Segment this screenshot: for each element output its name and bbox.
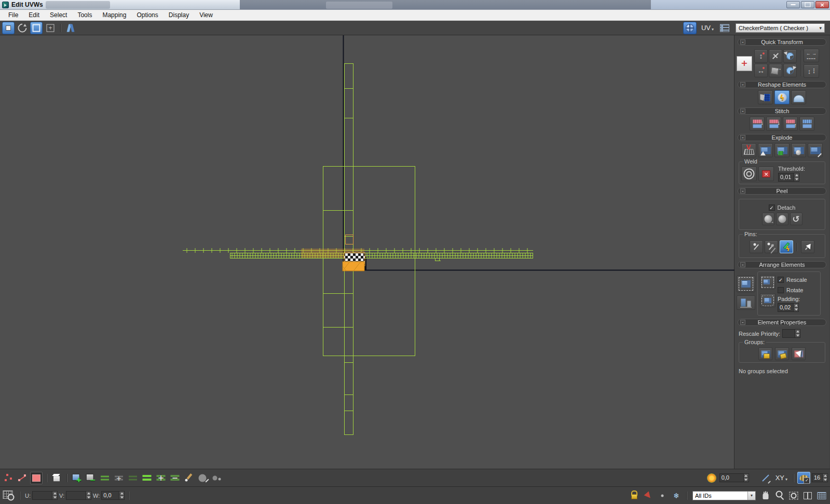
group-lock-icon[interactable] [758, 347, 772, 360]
zoom-extents-icon[interactable] [801, 489, 814, 502]
brush-falloff-icon[interactable] [211, 472, 223, 484]
collapse-icon[interactable]: - [740, 108, 745, 114]
collapse-icon[interactable]: - [740, 188, 745, 194]
stitch-source-icon[interactable] [783, 117, 798, 131]
explode-smooth-icon[interactable] [791, 143, 806, 157]
edge-icon[interactable] [16, 472, 29, 484]
section-header[interactable]: -Stitch [738, 107, 826, 115]
filter-horn-icon[interactable] [642, 489, 655, 502]
pack-tight-icon[interactable] [760, 293, 775, 307]
explode-angle-icon[interactable] [758, 143, 773, 157]
dot-icon[interactable] [656, 489, 669, 502]
v-value[interactable] [66, 491, 86, 500]
uv-viewport[interactable] [0, 35, 734, 469]
v-spinner[interactable] [66, 491, 91, 500]
collapse-icon[interactable]: - [740, 320, 745, 325]
menu-item-mapping[interactable]: Mapping [97, 10, 131, 20]
explode-grid-icon[interactable] [774, 143, 790, 157]
paint-select-icon[interactable] [183, 472, 195, 484]
menu-item-edit[interactable]: Edit [23, 10, 45, 20]
detach-checkbox[interactable] [769, 205, 775, 211]
unpin-icon[interactable] [765, 240, 778, 253]
u-value[interactable] [32, 491, 52, 500]
brush-size-icon[interactable] [197, 472, 209, 484]
checker-tiling-toggle-icon[interactable] [797, 472, 810, 484]
pack-normalize-icon[interactable] [737, 276, 755, 292]
u-spinner[interactable] [32, 491, 58, 500]
rescale-priority-value[interactable] [782, 329, 795, 338]
mirror-icon[interactable] [64, 22, 77, 34]
menu-item-view[interactable]: View [194, 10, 218, 20]
align-vertical-icon[interactable] [754, 49, 768, 63]
scale-icon[interactable] [30, 22, 43, 34]
texture-list-icon[interactable] [718, 22, 731, 34]
relax-fast-icon[interactable] [774, 90, 790, 104]
padding-spinner[interactable]: 0,02 [778, 303, 818, 312]
snowflake-icon[interactable] [670, 489, 683, 502]
group-unlock-icon[interactable] [775, 347, 789, 360]
pan-icon[interactable] [759, 489, 772, 502]
freeform-icon[interactable] [44, 22, 57, 34]
w-value[interactable]: 0,0 [101, 491, 119, 500]
grow-icon[interactable] [71, 472, 83, 484]
spinner-up-icon[interactable] [794, 173, 799, 178]
spinner-up-icon[interactable] [795, 330, 800, 334]
w-spinner[interactable]: 0,0 [101, 491, 125, 500]
pack-full-icon[interactable] [760, 275, 775, 289]
titlebar[interactable]: Edit UVWs [0, 0, 830, 10]
minimize-icon[interactable] [786, 1, 800, 8]
space-horizontal-icon[interactable] [804, 49, 819, 62]
menu-item-display[interactable]: Display [164, 10, 194, 20]
padding-value[interactable]: 0,02 [778, 303, 793, 312]
threshold-spinner[interactable]: 0,01 [778, 173, 805, 182]
absolute-mode-icon[interactable] [2, 489, 16, 502]
group-select-icon[interactable] [792, 347, 806, 360]
space-vertical-icon[interactable] [804, 64, 819, 78]
stitch-custom-icon[interactable] [799, 117, 814, 131]
soft-selection-falloff-icon[interactable] [705, 472, 718, 484]
stitch-target-icon[interactable] [750, 117, 765, 131]
spinner-down-icon[interactable] [795, 334, 800, 338]
loop-shrink-icon[interactable] [99, 472, 111, 484]
pick-pin-icon[interactable] [801, 240, 814, 253]
move-element-icon[interactable] [769, 64, 782, 77]
relax-grid-icon[interactable] [758, 90, 773, 104]
zoom-icon[interactable] [773, 489, 786, 502]
rotate-icon[interactable] [16, 22, 29, 34]
explode-edit-icon[interactable] [808, 143, 823, 157]
zoom-region-icon[interactable] [787, 489, 800, 502]
section-header[interactable]: -Quick Transform [738, 38, 826, 46]
spinner-down-icon[interactable] [794, 178, 799, 182]
threshold-value[interactable]: 0,01 [778, 173, 794, 182]
soft-selection-value[interactable]: 0,0 [719, 473, 743, 482]
pin-icon[interactable] [750, 240, 763, 253]
ring-grow-icon[interactable] [155, 472, 167, 484]
flatten-basket-icon[interactable] [741, 143, 756, 157]
lock-icon[interactable] [628, 489, 641, 502]
spinner-up-icon[interactable] [86, 492, 91, 496]
spinner-down-icon[interactable] [52, 496, 57, 500]
collapse-icon[interactable]: - [740, 135, 745, 140]
pack-stats-icon[interactable] [737, 295, 755, 310]
menu-item-select[interactable]: Select [45, 10, 72, 20]
loop-grow-icon[interactable] [113, 472, 125, 484]
spinner-down-icon[interactable] [744, 478, 749, 482]
soft-selection-spinner[interactable]: 0,0 [719, 473, 749, 482]
tiling-value[interactable]: 16 [812, 473, 822, 482]
spinner-up-icon[interactable] [119, 492, 124, 496]
collapse-icon[interactable]: - [740, 262, 745, 267]
section-header[interactable]: -Peel [738, 187, 826, 195]
align-pivot-icon[interactable] [737, 56, 752, 71]
align-diagonal-icon[interactable] [769, 49, 782, 63]
axis-space-selector[interactable]: XY▾ [775, 474, 787, 482]
spinner-up-icon[interactable] [52, 492, 57, 496]
straighten-selection-icon[interactable] [759, 472, 772, 484]
section-header[interactable]: -Explode [738, 134, 826, 141]
spinner-down-icon[interactable] [119, 496, 124, 500]
collapse-icon[interactable]: - [740, 82, 745, 87]
spinner-up-icon[interactable] [794, 304, 798, 308]
close-icon[interactable] [815, 1, 829, 8]
relax-dome-icon[interactable] [791, 90, 806, 104]
reset-peel-icon[interactable] [790, 213, 802, 225]
move-icon[interactable] [2, 22, 15, 34]
